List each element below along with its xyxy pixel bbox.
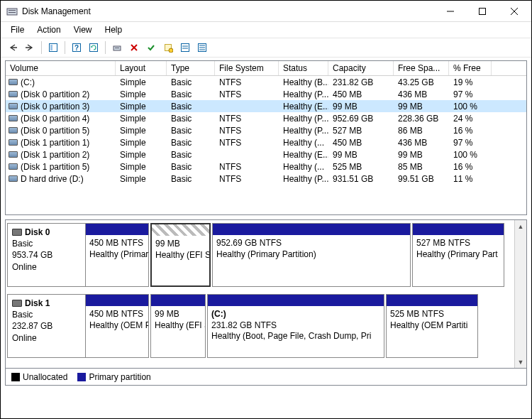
volume-row[interactable]: D hard drive (D:)SimpleBasicNTFSHealthy …: [6, 173, 526, 185]
volume-name: (Disk 1 partition 5): [21, 162, 89, 172]
help-button[interactable]: ?: [69, 40, 84, 55]
scroll-up-icon[interactable]: ▲: [515, 220, 526, 232]
rescan-disks-button[interactable]: [109, 40, 125, 55]
partition-container: 450 MB NTFSHealthy (OEM Part99 MBHealthy…: [85, 294, 513, 358]
scroll-down-icon[interactable]: ▼: [515, 356, 526, 368]
volume-pct: 100 %: [449, 150, 492, 160]
volume-list[interactable]: Volume Layout Type File System Status Ca…: [5, 60, 527, 215]
volume-row[interactable]: (Disk 0 partition 2)SimpleBasicNTFSHealt…: [6, 88, 526, 100]
partition-size: 527 MB NTFS: [416, 238, 500, 249]
volume-icon: [9, 103, 18, 109]
col-free[interactable]: Free Spa...: [394, 61, 449, 75]
volume-type: Basic: [167, 126, 215, 136]
menu-view[interactable]: View: [68, 23, 98, 36]
volume-status: Healthy (P...: [279, 89, 328, 99]
volume-layout: Simple: [116, 89, 167, 99]
volume-icon: [9, 175, 18, 182]
volume-row[interactable]: (Disk 1 partition 2)SimpleBasicHealthy (…: [6, 148, 526, 160]
partition[interactable]: 450 MB NTFSHealthy (OEM Part: [85, 294, 149, 358]
menu-file[interactable]: File: [5, 23, 30, 36]
partition[interactable]: (C:)231.82 GB NTFSHealthy (Boot, Page Fi…: [207, 294, 384, 358]
disk-info[interactable]: Disk 1Basic232.87 GBOnline: [7, 294, 85, 358]
volume-type: Basic: [167, 162, 215, 172]
disk-status: Online: [12, 261, 81, 273]
svg-rect-4: [479, 8, 485, 14]
volume-row[interactable]: (Disk 0 partition 3)SimpleBasicHealthy (…: [6, 100, 526, 112]
volume-free: 228.36 GB: [394, 114, 449, 124]
svg-text:?: ?: [74, 44, 79, 52]
volume-status: Healthy (...: [279, 162, 328, 172]
col-filesystem[interactable]: File System: [215, 61, 279, 75]
volume-status: Healthy (B...: [279, 77, 328, 87]
volume-name: (Disk 0 partition 4): [21, 114, 89, 124]
delete-button[interactable]: [126, 40, 142, 55]
close-button[interactable]: [498, 1, 530, 21]
svg-rect-8: [50, 45, 52, 50]
volume-name: (Disk 0 partition 5): [21, 126, 89, 136]
volume-pct: 100 %: [449, 102, 492, 111]
partition[interactable]: 952.69 GB NTFSHealthy (Primary Partition…: [212, 223, 411, 287]
volume-row[interactable]: (Disk 0 partition 4)SimpleBasicNTFSHealt…: [6, 112, 526, 124]
legend-primary: Primary partition: [77, 372, 150, 382]
volume-status: Healthy (E...: [279, 102, 328, 111]
volume-row[interactable]: (C:)SimpleBasicNTFSHealthy (B...231.82 G…: [6, 76, 526, 88]
menu-bar: File Action View Help: [1, 22, 531, 38]
partition[interactable]: 525 MB NTFSHealthy (OEM Partiti: [386, 294, 478, 358]
partition-size: 231.82 GB NTFS: [211, 320, 380, 332]
maximize-button[interactable]: [466, 1, 498, 21]
partition-stripe: [213, 224, 410, 235]
partition-status: Healthy (Primary Partition): [216, 249, 406, 261]
disk-info[interactable]: Disk 0Basic953.74 GBOnline: [7, 223, 85, 287]
volume-type: Basic: [167, 102, 215, 111]
partition-status: Healthy (EFI S: [155, 320, 201, 332]
menu-action[interactable]: Action: [31, 23, 66, 36]
volume-pct: 24 %: [449, 114, 492, 124]
forward-button[interactable]: [22, 40, 38, 55]
new-volume-button[interactable]: [160, 40, 176, 55]
volume-row[interactable]: (Disk 1 partition 1)SimpleBasicNTFSHealt…: [6, 136, 526, 148]
volume-free: 99.51 GB: [394, 174, 449, 184]
partition[interactable]: 99 MBHealthy (EFI S: [150, 294, 206, 358]
col-pct-free[interactable]: % Free: [449, 61, 492, 75]
volume-row[interactable]: (Disk 1 partition 5)SimpleBasicNTFSHealt…: [6, 160, 526, 173]
refresh-button[interactable]: [86, 40, 101, 55]
volume-type: Basic: [167, 174, 215, 184]
svg-rect-11: [90, 44, 98, 52]
menu-help[interactable]: Help: [99, 23, 128, 36]
col-status[interactable]: Status: [279, 61, 328, 75]
volume-fs: NTFS: [215, 138, 279, 148]
check-button[interactable]: [143, 40, 159, 55]
volume-layout: Simple: [116, 150, 167, 160]
toolbar-separator: [105, 41, 106, 54]
minimize-button[interactable]: [434, 1, 466, 21]
svg-rect-1: [9, 10, 16, 11]
volume-layout: Simple: [116, 174, 167, 184]
back-button[interactable]: [5, 40, 21, 55]
partition-label: (C:): [211, 309, 380, 320]
disk-size: 953.74 GB: [12, 249, 81, 261]
volume-capacity: 952.69 GB: [328, 114, 394, 124]
details-view-button[interactable]: [194, 40, 210, 55]
col-capacity[interactable]: Capacity: [328, 61, 394, 75]
partition-size: 525 MB NTFS: [390, 309, 474, 320]
legend: Unallocated Primary partition: [5, 369, 527, 386]
show-hide-tree-button[interactable]: [45, 40, 61, 55]
disk-icon: [12, 300, 22, 307]
volume-status: Healthy (P...: [279, 126, 328, 136]
volume-capacity: 99 MB: [328, 150, 394, 160]
col-layout[interactable]: Layout: [116, 61, 167, 75]
list-view-button[interactable]: [177, 40, 193, 55]
partition[interactable]: 99 MBHealthy (EFI Sy: [150, 223, 211, 287]
svg-rect-0: [7, 9, 17, 15]
col-volume[interactable]: Volume: [6, 61, 116, 75]
volume-row[interactable]: (Disk 0 partition 5)SimpleBasicNTFSHealt…: [6, 124, 526, 136]
vertical-scrollbar[interactable]: ▲ ▼: [514, 220, 526, 368]
volume-layout: Simple: [116, 138, 167, 148]
volume-layout: Simple: [116, 162, 167, 172]
volume-free: 436 MB: [394, 89, 449, 99]
partition[interactable]: 450 MB NTFSHealthy (Primary Par: [85, 223, 149, 287]
partition[interactable]: 527 MB NTFSHealthy (Primary Part: [412, 223, 504, 287]
volume-name: (Disk 1 partition 1): [21, 138, 89, 148]
col-type[interactable]: Type: [167, 61, 215, 75]
volume-capacity: 931.51 GB: [328, 174, 394, 184]
